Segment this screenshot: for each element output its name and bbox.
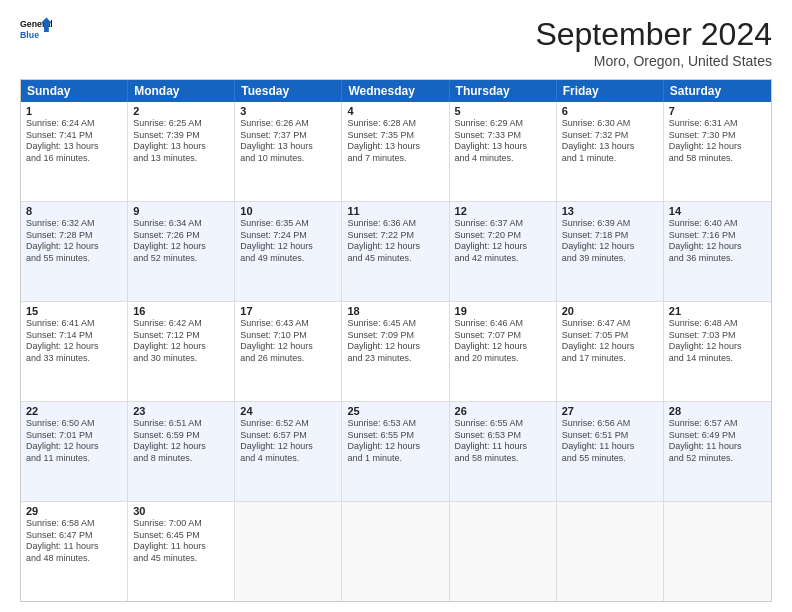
- cell-date: 2: [133, 105, 229, 117]
- main-title: September 2024: [535, 16, 772, 53]
- cell-date: 10: [240, 205, 336, 217]
- calendar-cell: 5Sunrise: 6:29 AM Sunset: 7:33 PM Daylig…: [450, 102, 557, 201]
- cell-info: Sunrise: 6:53 AM Sunset: 6:55 PM Dayligh…: [347, 418, 443, 465]
- header: General Blue September 2024 Moro, Oregon…: [20, 16, 772, 69]
- calendar-row: 22Sunrise: 6:50 AM Sunset: 7:01 PM Dayli…: [21, 401, 771, 501]
- cell-info: Sunrise: 6:42 AM Sunset: 7:12 PM Dayligh…: [133, 318, 229, 365]
- cell-date: 21: [669, 305, 766, 317]
- cell-date: 23: [133, 405, 229, 417]
- day-header-friday: Friday: [557, 80, 664, 102]
- calendar-cell: [235, 502, 342, 601]
- cell-date: 28: [669, 405, 766, 417]
- cell-info: Sunrise: 6:48 AM Sunset: 7:03 PM Dayligh…: [669, 318, 766, 365]
- cell-date: 13: [562, 205, 658, 217]
- calendar-cell: 30Sunrise: 7:00 AM Sunset: 6:45 PM Dayli…: [128, 502, 235, 601]
- cell-info: Sunrise: 6:40 AM Sunset: 7:16 PM Dayligh…: [669, 218, 766, 265]
- cell-info: Sunrise: 6:58 AM Sunset: 6:47 PM Dayligh…: [26, 518, 122, 565]
- svg-text:Blue: Blue: [20, 30, 39, 40]
- calendar-cell: 24Sunrise: 6:52 AM Sunset: 6:57 PM Dayli…: [235, 402, 342, 501]
- calendar-cell: 17Sunrise: 6:43 AM Sunset: 7:10 PM Dayli…: [235, 302, 342, 401]
- cell-date: 29: [26, 505, 122, 517]
- cell-date: 4: [347, 105, 443, 117]
- calendar-cell: 3Sunrise: 6:26 AM Sunset: 7:37 PM Daylig…: [235, 102, 342, 201]
- calendar-header: SundayMondayTuesdayWednesdayThursdayFrid…: [21, 80, 771, 102]
- cell-date: 24: [240, 405, 336, 417]
- day-header-tuesday: Tuesday: [235, 80, 342, 102]
- calendar-cell: [342, 502, 449, 601]
- cell-info: Sunrise: 7:00 AM Sunset: 6:45 PM Dayligh…: [133, 518, 229, 565]
- cell-date: 16: [133, 305, 229, 317]
- cell-info: Sunrise: 6:31 AM Sunset: 7:30 PM Dayligh…: [669, 118, 766, 165]
- cell-info: Sunrise: 6:56 AM Sunset: 6:51 PM Dayligh…: [562, 418, 658, 465]
- calendar-body: 1Sunrise: 6:24 AM Sunset: 7:41 PM Daylig…: [21, 102, 771, 601]
- cell-date: 26: [455, 405, 551, 417]
- day-header-sunday: Sunday: [21, 80, 128, 102]
- day-header-thursday: Thursday: [450, 80, 557, 102]
- calendar-cell: 18Sunrise: 6:45 AM Sunset: 7:09 PM Dayli…: [342, 302, 449, 401]
- cell-info: Sunrise: 6:52 AM Sunset: 6:57 PM Dayligh…: [240, 418, 336, 465]
- calendar-row: 15Sunrise: 6:41 AM Sunset: 7:14 PM Dayli…: [21, 301, 771, 401]
- calendar-cell: 16Sunrise: 6:42 AM Sunset: 7:12 PM Dayli…: [128, 302, 235, 401]
- cell-date: 9: [133, 205, 229, 217]
- cell-info: Sunrise: 6:37 AM Sunset: 7:20 PM Dayligh…: [455, 218, 551, 265]
- cell-info: Sunrise: 6:32 AM Sunset: 7:28 PM Dayligh…: [26, 218, 122, 265]
- cell-date: 14: [669, 205, 766, 217]
- cell-info: Sunrise: 6:46 AM Sunset: 7:07 PM Dayligh…: [455, 318, 551, 365]
- cell-info: Sunrise: 6:34 AM Sunset: 7:26 PM Dayligh…: [133, 218, 229, 265]
- calendar-cell: 10Sunrise: 6:35 AM Sunset: 7:24 PM Dayli…: [235, 202, 342, 301]
- cell-date: 27: [562, 405, 658, 417]
- calendar-cell: 28Sunrise: 6:57 AM Sunset: 6:49 PM Dayli…: [664, 402, 771, 501]
- calendar-cell: 15Sunrise: 6:41 AM Sunset: 7:14 PM Dayli…: [21, 302, 128, 401]
- calendar-cell: 11Sunrise: 6:36 AM Sunset: 7:22 PM Dayli…: [342, 202, 449, 301]
- calendar-cell: 21Sunrise: 6:48 AM Sunset: 7:03 PM Dayli…: [664, 302, 771, 401]
- cell-date: 3: [240, 105, 336, 117]
- cell-info: Sunrise: 6:41 AM Sunset: 7:14 PM Dayligh…: [26, 318, 122, 365]
- calendar-cell: [450, 502, 557, 601]
- cell-info: Sunrise: 6:43 AM Sunset: 7:10 PM Dayligh…: [240, 318, 336, 365]
- cell-date: 19: [455, 305, 551, 317]
- calendar-cell: 20Sunrise: 6:47 AM Sunset: 7:05 PM Dayli…: [557, 302, 664, 401]
- logo: General Blue: [20, 16, 52, 48]
- cell-info: Sunrise: 6:30 AM Sunset: 7:32 PM Dayligh…: [562, 118, 658, 165]
- cell-info: Sunrise: 6:51 AM Sunset: 6:59 PM Dayligh…: [133, 418, 229, 465]
- cell-info: Sunrise: 6:25 AM Sunset: 7:39 PM Dayligh…: [133, 118, 229, 165]
- calendar-cell: 14Sunrise: 6:40 AM Sunset: 7:16 PM Dayli…: [664, 202, 771, 301]
- day-header-saturday: Saturday: [664, 80, 771, 102]
- title-block: September 2024 Moro, Oregon, United Stat…: [535, 16, 772, 69]
- cell-info: Sunrise: 6:26 AM Sunset: 7:37 PM Dayligh…: [240, 118, 336, 165]
- calendar-cell: 29Sunrise: 6:58 AM Sunset: 6:47 PM Dayli…: [21, 502, 128, 601]
- cell-info: Sunrise: 6:45 AM Sunset: 7:09 PM Dayligh…: [347, 318, 443, 365]
- cell-info: Sunrise: 6:47 AM Sunset: 7:05 PM Dayligh…: [562, 318, 658, 365]
- cell-date: 6: [562, 105, 658, 117]
- cell-date: 25: [347, 405, 443, 417]
- calendar-page: General Blue September 2024 Moro, Oregon…: [0, 0, 792, 612]
- calendar-cell: 12Sunrise: 6:37 AM Sunset: 7:20 PM Dayli…: [450, 202, 557, 301]
- cell-date: 22: [26, 405, 122, 417]
- calendar-row: 1Sunrise: 6:24 AM Sunset: 7:41 PM Daylig…: [21, 102, 771, 201]
- cell-date: 15: [26, 305, 122, 317]
- cell-date: 12: [455, 205, 551, 217]
- calendar-cell: 1Sunrise: 6:24 AM Sunset: 7:41 PM Daylig…: [21, 102, 128, 201]
- calendar-cell: 4Sunrise: 6:28 AM Sunset: 7:35 PM Daylig…: [342, 102, 449, 201]
- cell-info: Sunrise: 6:28 AM Sunset: 7:35 PM Dayligh…: [347, 118, 443, 165]
- cell-info: Sunrise: 6:29 AM Sunset: 7:33 PM Dayligh…: [455, 118, 551, 165]
- calendar-cell: 27Sunrise: 6:56 AM Sunset: 6:51 PM Dayli…: [557, 402, 664, 501]
- calendar-cell: 13Sunrise: 6:39 AM Sunset: 7:18 PM Dayli…: [557, 202, 664, 301]
- calendar-cell: 6Sunrise: 6:30 AM Sunset: 7:32 PM Daylig…: [557, 102, 664, 201]
- cell-date: 20: [562, 305, 658, 317]
- day-header-monday: Monday: [128, 80, 235, 102]
- cell-date: 1: [26, 105, 122, 117]
- cell-info: Sunrise: 6:39 AM Sunset: 7:18 PM Dayligh…: [562, 218, 658, 265]
- calendar-cell: 26Sunrise: 6:55 AM Sunset: 6:53 PM Dayli…: [450, 402, 557, 501]
- cell-info: Sunrise: 6:36 AM Sunset: 7:22 PM Dayligh…: [347, 218, 443, 265]
- cell-info: Sunrise: 6:57 AM Sunset: 6:49 PM Dayligh…: [669, 418, 766, 465]
- cell-info: Sunrise: 6:35 AM Sunset: 7:24 PM Dayligh…: [240, 218, 336, 265]
- cell-date: 5: [455, 105, 551, 117]
- cell-date: 8: [26, 205, 122, 217]
- cell-date: 18: [347, 305, 443, 317]
- cell-info: Sunrise: 6:24 AM Sunset: 7:41 PM Dayligh…: [26, 118, 122, 165]
- calendar-cell: [557, 502, 664, 601]
- cell-date: 11: [347, 205, 443, 217]
- cell-date: 7: [669, 105, 766, 117]
- cell-info: Sunrise: 6:50 AM Sunset: 7:01 PM Dayligh…: [26, 418, 122, 465]
